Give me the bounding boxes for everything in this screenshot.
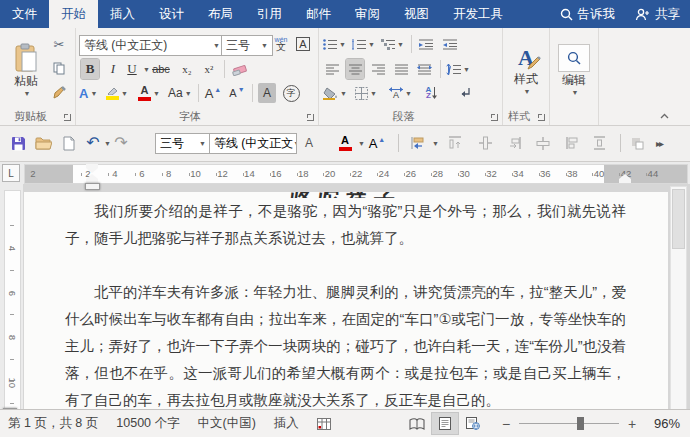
qat-align-caret[interactable]: ▼ (432, 140, 439, 147)
styles-button[interactable]: A 样式 ▼ (507, 34, 545, 106)
qat-font-color-button[interactable]: A (336, 133, 354, 153)
borders-button[interactable]: ▼ (355, 83, 377, 103)
underline-caret[interactable]: ▼ (143, 66, 150, 73)
clear-formatting-button[interactable] (231, 59, 249, 79)
document-page[interactable]: 骆驼祥子 我们所要介绍的是祥子，不是骆驼，因为“骆驼”只是个外号；那么，我们就先… (24, 192, 668, 410)
distribute-left-button[interactable] (562, 133, 580, 153)
zoom-slider-thumb[interactable] (577, 417, 584, 430)
format-painter-button[interactable] (50, 82, 68, 102)
tab-view[interactable]: 视图 (392, 0, 441, 28)
left-indent-marker[interactable] (85, 183, 100, 190)
grow-font-button[interactable]: A▲ (204, 83, 222, 103)
language-indicator[interactable]: 中文(中国) (198, 415, 256, 432)
strikethrough-button[interactable]: abc (152, 59, 170, 79)
decrease-indent-button[interactable] (417, 34, 435, 54)
cut-button[interactable]: ✂ (50, 34, 68, 54)
qat-grow-font-button[interactable]: A▲ (368, 133, 386, 153)
tab-home[interactable]: 开始 (49, 0, 98, 28)
paragraph[interactable]: 北平的洋车夫有许多派：年轻力壮、腿脚灵利的，讲究赁漂亮的车，拉“整天儿”，爱什么… (65, 279, 626, 410)
share-button[interactable]: 共享 (625, 0, 690, 28)
phonetic-guide-button[interactable]: wén 文 (272, 34, 290, 54)
align-center-vertical-button[interactable] (476, 133, 494, 153)
tab-stop-selector[interactable]: L (2, 164, 20, 182)
show-marks-button[interactable] (455, 83, 473, 103)
bullets-button[interactable]: ▼ (323, 34, 346, 54)
tab-review[interactable]: 审阅 (343, 0, 392, 28)
word-count[interactable]: 10500 个字 (116, 415, 179, 432)
collapse-ribbon-button[interactable] (655, 106, 673, 126)
multilevel-list-button[interactable]: ▼ (381, 34, 404, 54)
clipboard-dialog-launcher[interactable] (63, 113, 72, 122)
editing-button[interactable]: 编辑 ▼ (556, 34, 592, 106)
shrink-font-button[interactable]: A▼ (228, 83, 246, 103)
tab-layout[interactable]: 布局 (196, 0, 245, 28)
qat-align-objects-button[interactable] (408, 133, 426, 153)
horizontal-ruler[interactable]: 2 24681012141618202224262830323436384042… (23, 162, 690, 184)
shading-button[interactable]: ▼ (323, 83, 347, 103)
align-right-edge-button[interactable] (506, 133, 524, 153)
bold-button[interactable]: B (81, 59, 99, 79)
change-case-button[interactable]: Aa▼ (168, 83, 192, 103)
tab-file[interactable]: 文件 (0, 0, 49, 28)
font-name-combo[interactable]: 等线 (中文正文)▼ (79, 35, 225, 56)
print-layout-button[interactable] (432, 413, 458, 434)
qat-character-border-button[interactable]: A (300, 133, 318, 153)
line-spacing-button[interactable]: ▼ (446, 59, 470, 79)
paragraph[interactable]: 我们所要介绍的是祥子，不是骆驼，因为“骆驼”只是个外号；那么，我们就先说祥子，随… (65, 198, 626, 252)
justify-button[interactable] (392, 59, 410, 79)
page-indicator[interactable]: 第 1 页，共 8 页 (8, 415, 98, 432)
distribute-vertical-button[interactable] (590, 133, 608, 153)
bring-forward-button[interactable] (628, 133, 646, 153)
vertical-scrollbar[interactable] (670, 186, 687, 410)
align-top-button[interactable] (446, 133, 464, 153)
align-center-horizontal-button[interactable] (534, 133, 552, 153)
enclose-characters-button[interactable]: 字 (282, 83, 300, 103)
tab-developer[interactable]: 开发工具 (441, 0, 515, 28)
tab-insert[interactable]: 插入 (98, 0, 147, 28)
superscript-button[interactable]: x² (200, 59, 218, 79)
numbering-button[interactable]: ▼ (352, 34, 375, 54)
text-effects-button[interactable]: A▼ (79, 83, 97, 103)
character-border-button[interactable]: A (294, 34, 312, 54)
open-button[interactable] (34, 133, 52, 153)
align-right-button[interactable] (369, 59, 387, 79)
tab-mailings[interactable]: 邮件 (294, 0, 343, 28)
styles-dialog-launcher[interactable] (537, 113, 546, 122)
underline-button[interactable]: U (123, 59, 141, 79)
document-text[interactable]: 我们所要介绍的是祥子，不是骆驼，因为“骆驼”只是个外号；那么，我们就先说祥子，随… (65, 198, 626, 410)
tell-me-button[interactable]: 告诉我 (550, 0, 626, 28)
zoom-level[interactable]: 96% (638, 416, 680, 431)
web-layout-button[interactable] (460, 413, 486, 434)
new-document-button[interactable] (60, 133, 78, 153)
italic-button[interactable]: I (104, 59, 122, 79)
qat-font-name-combo[interactable]: 等线 (中文正文▼ (209, 133, 297, 154)
insert-mode-indicator[interactable]: 插入 (274, 415, 299, 432)
character-shading-button[interactable]: A (258, 83, 276, 103)
highlight-color-button[interactable]: ▼ (106, 83, 128, 103)
sort-button[interactable]: A Z (423, 83, 441, 103)
zoom-slider[interactable] (519, 423, 619, 424)
undo-caret[interactable]: ▼ (104, 140, 111, 147)
copy-button[interactable] (50, 58, 68, 78)
asian-layout-button[interactable]: A ▼ (389, 83, 412, 103)
undo-button[interactable]: ↶ (84, 133, 102, 153)
tab-design[interactable]: 设计 (147, 0, 196, 28)
align-center-button[interactable] (346, 59, 364, 79)
macro-record-button[interactable] (317, 418, 331, 430)
qat-more-button[interactable]: ▸▸ (650, 133, 668, 153)
zoom-in-button[interactable]: + (626, 416, 638, 432)
zoom-out-button[interactable]: − (500, 416, 512, 432)
vertical-ruler[interactable]: 4681012 (0, 184, 23, 410)
qat-font-color-caret[interactable]: ▼ (358, 140, 365, 147)
redo-button[interactable]: ↷ (112, 133, 130, 153)
paragraph-dialog-launcher[interactable] (490, 113, 499, 122)
increase-indent-button[interactable] (441, 34, 459, 54)
subscript-button[interactable]: x₂ (178, 59, 196, 79)
paste-button[interactable]: 粘贴 ▼ (6, 34, 46, 106)
distribute-button[interactable] (415, 59, 433, 79)
read-mode-button[interactable] (404, 413, 430, 434)
tab-references[interactable]: 引用 (245, 0, 294, 28)
font-size-combo[interactable]: 三号▼ (221, 35, 273, 56)
qat-font-size-combo[interactable]: 三号▼ (155, 133, 211, 154)
align-left-button[interactable] (323, 59, 341, 79)
